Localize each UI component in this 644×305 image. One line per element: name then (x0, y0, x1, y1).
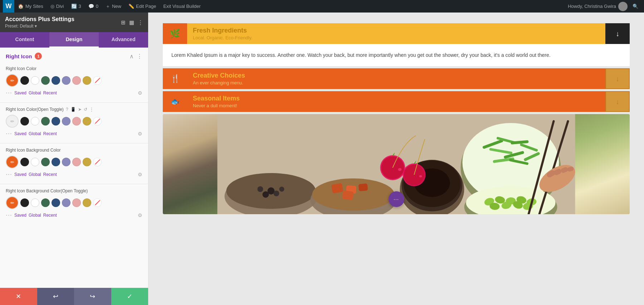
swatch-black-2[interactable] (20, 117, 29, 126)
updates-icon: 🔄 (71, 4, 77, 9)
swatch-green-4[interactable] (41, 198, 50, 207)
settings-icon-2[interactable]: ⚙ (138, 131, 142, 137)
float-action-button[interactable]: ··· (389, 191, 404, 207)
saved-btn-3[interactable]: Saved (14, 172, 26, 177)
right-icon-color-open-picker[interactable]: ✏ (6, 115, 19, 128)
edit-page-btn[interactable]: ✏️ Edit Page (125, 0, 160, 13)
new-menu[interactable]: ＋ New (102, 0, 125, 13)
tab-design[interactable]: Design (49, 32, 99, 48)
swatch-lavender-3[interactable] (62, 158, 70, 166)
accordion-header-seasonal[interactable]: 🐟 Seasonal Items Never a dull moment! ↓ (163, 91, 630, 112)
tab-content[interactable]: Content (0, 32, 49, 48)
swatch-blue-4[interactable] (52, 198, 60, 207)
svg-point-47 (419, 175, 422, 177)
right-icon-bg-color-open-swatches: ✏ (6, 196, 142, 209)
swatch-none[interactable] (93, 76, 102, 85)
swatch-white-2[interactable] (31, 117, 39, 126)
swatch-lavender-4[interactable] (62, 198, 70, 207)
panel-preset[interactable]: Preset: Default ▾ (5, 24, 74, 29)
layout-icon[interactable]: ▦ (129, 19, 134, 26)
more-swatches-3[interactable]: ··· (6, 171, 12, 178)
accordion-icon-fresh: 🌿 (163, 23, 187, 44)
reset-icon[interactable]: ↺ (84, 107, 87, 112)
more-swatches-2[interactable]: ··· (6, 130, 12, 137)
accordion-header-creative[interactable]: 🍴 Creative Choices An ever changing menu… (163, 68, 630, 89)
updates-menu[interactable]: 🔄 3 (68, 0, 85, 13)
swatch-blue[interactable] (52, 76, 60, 85)
recent-btn-4[interactable]: Recent (43, 213, 57, 218)
redo-button[interactable]: ↪ (74, 288, 111, 305)
undo-button[interactable]: ↩ (37, 288, 74, 305)
accordion-subtitle-creative: An ever changing menu. (193, 80, 600, 85)
swatch-lavender[interactable] (62, 76, 70, 85)
section-more-icon[interactable]: ⋮ (137, 53, 142, 60)
recent-btn-1[interactable]: Recent (43, 90, 57, 95)
accordion-arrow-fresh[interactable]: ↓ (605, 23, 630, 44)
swatch-none-3[interactable] (93, 158, 102, 166)
swatch-green-2[interactable] (41, 117, 50, 126)
more-swatches[interactable]: ··· (6, 89, 12, 97)
help-icon[interactable]: ? (66, 107, 68, 112)
global-btn-1[interactable]: Global (29, 90, 41, 95)
swatch-gold-3[interactable] (83, 158, 91, 166)
saved-btn-1[interactable]: Saved (14, 90, 26, 95)
swatch-pink-2[interactable] (72, 117, 81, 126)
swatch-gold-2[interactable] (83, 117, 91, 126)
settings-icon-1[interactable]: ⚙ (138, 90, 142, 96)
right-icon-bg-color-field: Right Icon Background Color ✏ ··· (0, 145, 148, 182)
global-btn-4[interactable]: Global (29, 213, 41, 218)
user-avatar[interactable] (618, 2, 628, 11)
global-btn-2[interactable]: Global (29, 131, 41, 136)
exit-builder-btn[interactable]: Exit Visual Builder (160, 0, 204, 13)
swatch-lavender-2[interactable] (62, 117, 70, 126)
recent-btn-3[interactable]: Recent (43, 172, 57, 177)
more-icon[interactable]: ⋮ (138, 19, 143, 26)
global-btn-3[interactable]: Global (29, 172, 41, 177)
cancel-button[interactable]: ✕ (0, 288, 37, 305)
recent-btn-2[interactable]: Recent (43, 131, 57, 136)
swatch-pink-3[interactable] (72, 158, 81, 166)
swatch-green[interactable] (41, 76, 50, 85)
swatch-pink[interactable] (72, 76, 81, 85)
right-icon-bg-color-open-picker[interactable]: ✏ (6, 196, 19, 209)
swatch-white-4[interactable] (31, 198, 39, 207)
swatch-blue-2[interactable] (52, 117, 60, 126)
accordion-arrow-creative[interactable]: ↓ (605, 68, 630, 89)
update-count: 3 (79, 4, 81, 9)
accordion-header-fresh[interactable]: 🌿 Fresh Ingredients Local. Organic. Eco-… (163, 23, 630, 44)
mobile-icon[interactable]: 📱 (70, 107, 76, 112)
swatch-none-4[interactable] (93, 198, 102, 207)
swatch-gold[interactable] (83, 76, 91, 85)
search-icon[interactable]: 🔍 (630, 0, 641, 13)
save-button[interactable]: ✓ (111, 288, 148, 305)
more-options-icon[interactable]: ⋮ (89, 107, 94, 112)
swatch-white[interactable] (31, 76, 39, 85)
accordion-arrow-seasonal[interactable]: ↓ (605, 91, 630, 112)
divi-menu[interactable]: ◎ Divi (47, 0, 68, 13)
swatch-green-3[interactable] (41, 158, 50, 166)
my-sites-menu[interactable]: 🏠 My Sites (14, 0, 47, 13)
swatch-black[interactable] (20, 76, 29, 85)
right-icon-color-picker[interactable]: ✏ (6, 74, 19, 87)
fullscreen-icon[interactable]: ⊞ (121, 19, 126, 26)
saved-btn-2[interactable]: Saved (14, 131, 26, 136)
tab-advanced[interactable]: Advanced (99, 32, 148, 48)
settings-icon-3[interactable]: ⚙ (138, 172, 142, 177)
saved-btn-4[interactable]: Saved (14, 213, 26, 218)
swatch-black-4[interactable] (20, 198, 29, 207)
cursor-icon[interactable]: ➤ (78, 107, 82, 112)
swatch-pink-4[interactable] (72, 198, 81, 207)
swatch-white-3[interactable] (31, 158, 39, 166)
wp-logo[interactable]: W (3, 0, 14, 13)
swatch-blue-3[interactable] (52, 158, 60, 166)
comments-menu[interactable]: 💬 0 (85, 0, 102, 13)
settings-icon-4[interactable]: ⚙ (138, 212, 142, 218)
plus-icon: ＋ (106, 3, 110, 10)
swatch-black-3[interactable] (20, 158, 29, 166)
right-icon-bg-color-picker[interactable]: ✏ (6, 156, 19, 168)
more-swatches-4[interactable]: ··· (6, 211, 12, 219)
swatch-none-2[interactable] (93, 117, 102, 126)
right-icon-bg-color-label: Right Icon Background Color (6, 148, 142, 153)
collapse-icon[interactable]: ∧ (130, 53, 134, 60)
swatch-gold-4[interactable] (83, 198, 91, 207)
